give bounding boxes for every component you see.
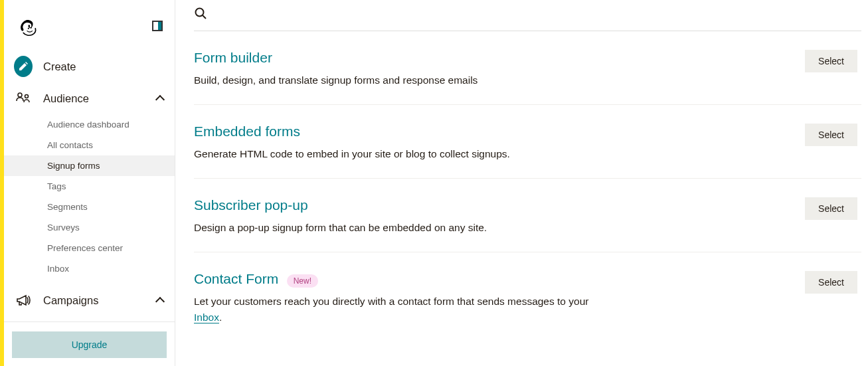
- desc-suffix: .: [219, 312, 222, 323]
- new-badge: New!: [287, 274, 318, 288]
- audience-icon: [14, 89, 33, 108]
- svg-point-3: [25, 95, 29, 98]
- campaigns-label: Campaigns: [43, 294, 156, 307]
- select-button-form-builder[interactable]: Select: [805, 50, 857, 72]
- create-label: Create: [43, 60, 164, 73]
- sidebar-item-segments[interactable]: Segments: [4, 197, 175, 217]
- upgrade-button[interactable]: Upgrade: [12, 331, 167, 358]
- subscriber-popup-desc: Design a pop-up signup form that can be …: [194, 220, 619, 236]
- contact-form-link[interactable]: Contact Form: [194, 271, 278, 287]
- sidebar-item-audience-dashboard[interactable]: Audience dashboard: [4, 114, 175, 135]
- sidebar-item-tags[interactable]: Tags: [4, 176, 175, 197]
- select-button-contact-form[interactable]: Select: [805, 271, 857, 294]
- svg-point-4: [196, 9, 204, 17]
- select-button-embedded-forms[interactable]: Select: [805, 124, 857, 146]
- select-button-subscriber-popup[interactable]: Select: [805, 197, 857, 220]
- form-builder-desc: Build, design, and translate signup form…: [194, 72, 619, 88]
- option-subscriber-popup: Subscriber pop-up Design a pop-up signup…: [194, 179, 861, 252]
- main-content: Form builder Build, design, and translat…: [175, 0, 868, 366]
- subscriber-popup-link[interactable]: Subscriber pop-up: [194, 197, 308, 213]
- option-contact-form: Contact Form New! Let your customers rea…: [194, 252, 861, 341]
- option-embedded-forms: Embedded forms Generate HTML code to emb…: [194, 105, 861, 179]
- audience-label: Audience: [43, 92, 156, 105]
- sidebar: Create Audience Audience dashboard All c…: [4, 0, 175, 366]
- contact-form-desc: Let your customers reach you directly wi…: [194, 294, 619, 325]
- svg-point-0: [28, 28, 29, 29]
- mailchimp-logo[interactable]: [14, 13, 39, 39]
- search-icon[interactable]: [194, 7, 207, 23]
- sidebar-item-campaigns[interactable]: Campaigns: [4, 284, 175, 316]
- desc-prefix: Let your customers reach you directly wi…: [194, 296, 588, 307]
- megaphone-icon: [14, 291, 33, 310]
- sidebar-item-create[interactable]: Create: [4, 50, 175, 82]
- form-builder-link[interactable]: Form builder: [194, 50, 272, 66]
- chevron-up-icon: [156, 296, 164, 304]
- embedded-forms-desc: Generate HTML code to embed in your site…: [194, 146, 619, 162]
- pencil-icon: [14, 56, 33, 77]
- audience-sub-items: Audience dashboard All contacts Signup f…: [4, 114, 175, 284]
- chevron-up-icon: [156, 94, 164, 102]
- sidebar-item-inbox[interactable]: Inbox: [4, 258, 175, 279]
- sidebar-item-preferences-center[interactable]: Preferences center: [4, 238, 175, 258]
- embedded-forms-link[interactable]: Embedded forms: [194, 124, 300, 139]
- inbox-link[interactable]: Inbox: [194, 312, 219, 323]
- svg-point-1: [31, 27, 32, 29]
- panel-toggle-icon[interactable]: [152, 21, 163, 31]
- sidebar-item-surveys[interactable]: Surveys: [4, 217, 175, 238]
- svg-point-2: [18, 93, 22, 97]
- sidebar-item-all-contacts[interactable]: All contacts: [4, 135, 175, 155]
- svg-line-5: [203, 15, 206, 19]
- sidebar-item-signup-forms[interactable]: Signup forms: [4, 155, 175, 176]
- option-form-builder: Form builder Build, design, and translat…: [194, 31, 861, 105]
- sidebar-item-audience[interactable]: Audience: [4, 82, 175, 114]
